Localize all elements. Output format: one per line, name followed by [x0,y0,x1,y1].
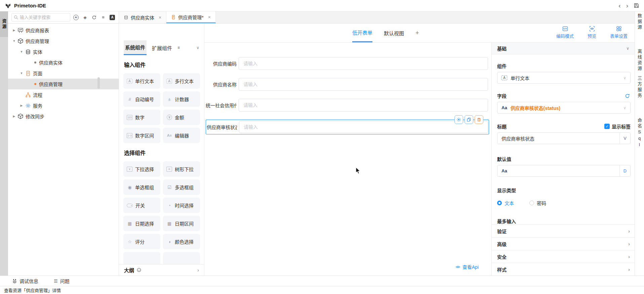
supplier-name-input[interactable] [239,78,488,91]
chevron-right-icon[interactable]: › [197,267,199,273]
palette-item-editor[interactable]: A≡编辑器 [163,128,200,143]
palette-tab-extension[interactable]: 扩展组件 [151,40,173,55]
field-settings-button[interactable] [454,115,463,124]
activity-tab-resources[interactable]: 资源 [0,11,8,37]
editor-tab-supplier-mgmt[interactable]: 供应商管理* × [166,11,216,23]
palette-item-dropdown[interactable]: ∨下拉选择 [123,161,160,177]
section-style[interactable]: 样式 › [492,263,635,276]
palette-item-rating[interactable]: ☆评分 [123,234,160,249]
tree-scrollbar-thumb[interactable] [97,77,100,89]
palette-item-counter[interactable]: ±计数器 [163,91,200,107]
audit-status-input[interactable] [239,121,488,133]
translate-icon[interactable]: A [109,14,115,20]
form-field-supplier-code[interactable]: 供应商编码 [206,57,488,70]
palette-item-number[interactable]: 123数字 [123,110,160,125]
tree-item-supplier-entity[interactable]: 供应商实体 [8,57,119,68]
problems-button[interactable]: ☰ 问题 [54,278,70,284]
palette-item-single-line-text[interactable]: A单行文本 [123,73,160,89]
palette-item-checkbox-group[interactable]: ☑多选框组 [163,179,200,195]
radio-text[interactable]: 文本 [497,200,514,206]
palette-tab-system[interactable]: 系统组件 [124,40,147,55]
supplier-code-input[interactable] [239,57,488,70]
palette-item-time-picker[interactable]: ◔时间选择 [163,198,200,213]
expanded-triangle-icon[interactable]: ▼ [11,39,17,43]
credit-code-input[interactable] [239,99,488,112]
palette-item-partial[interactable] [123,252,160,264]
dock-item-third-party-services[interactable]: 三方服务 [636,76,643,99]
field-delete-button[interactable] [475,115,483,124]
title-variable-button[interactable]: V [619,133,630,144]
palette-item-radio-group[interactable]: ◉单选框组 [123,179,160,195]
palette-item-amount[interactable]: ¥金额 [163,110,200,125]
outline-edit-icon[interactable]: ≡ [100,14,106,20]
section-security[interactable]: 安全 › [492,250,635,263]
search-input[interactable] [20,15,68,20]
palette-item-multi-line-text[interactable]: A多行文本 [163,73,200,89]
palette-item-date-picker[interactable]: ▦日期选择 [123,216,160,231]
palette-item-tree-dropdown[interactable]: ≡树形下拉 [163,161,200,177]
tree-item-services[interactable]: ▶ 服务 [8,100,119,111]
dock-item-named-sql[interactable]: 命名Sql [636,118,643,149]
collapsed-triangle-icon[interactable]: ▶ [19,104,24,107]
add-view-button[interactable]: + [415,24,419,42]
dock-item-offline-resources[interactable]: 离线资源 [636,49,643,72]
field-select[interactable]: Aa 供应商审核状态(status) ∨ [497,102,631,114]
view-tab-lowcode-form[interactable]: 低开表单 [352,24,372,42]
outline-footer[interactable]: 大纲 › [119,264,204,276]
palette-item-auto-number[interactable]: #自动编号 [123,91,160,107]
editor-tab-supplier-entity[interactable]: 供应商实体 × [119,11,166,23]
editor-tab-label: 供应商实体 [131,14,154,21]
radio-password[interactable]: 密码 [529,200,546,206]
tree-item-pages[interactable]: ▼ 页面 [8,68,119,79]
close-icon[interactable]: × [159,15,161,20]
palette-item-date-range[interactable]: ▦日期区间 [163,216,200,231]
properties-header[interactable]: 基础 ∨ [492,43,635,54]
tree-item-supplier-report[interactable]: ▶ 供应商报表 [8,25,119,36]
palette-item-partial[interactable] [163,252,200,264]
form-field-credit-code[interactable]: 统一社会信用代 [206,99,488,112]
tree-item-supplier-mgmt[interactable]: ▼ 供应商管理 [8,36,119,46]
form-settings-button[interactable]: 表单设置 [608,26,629,39]
search-box[interactable] [11,13,70,22]
collapsed-triangle-icon[interactable]: ▶ [11,115,17,118]
ai-assistant-icon[interactable]: AI [73,14,79,20]
tree-item-modify-sync[interactable]: ▶ 修改同步 [8,111,119,122]
show-label-checkbox-row[interactable]: ✓ 显示标签 [604,123,631,130]
code-mode-button[interactable]: 编码模式 [555,26,575,39]
collapsed-triangle-icon[interactable]: ▶ [11,29,17,32]
mouse-cursor [355,167,361,174]
view-api-link[interactable]: 查看Api [455,263,479,270]
view-tab-default-view[interactable]: 默认视图 [384,24,404,42]
expanded-triangle-icon[interactable]: ▼ [19,72,24,75]
close-icon[interactable]: × [208,14,211,20]
palette-item-number-range[interactable]: 1~3数字区间 [123,128,160,143]
tree-item-entities[interactable]: ▼ 实体 [8,46,119,57]
default-value-dynamic-button[interactable]: D [619,165,630,176]
chevron-down-icon[interactable]: ∨ [196,45,199,50]
refresh-field-icon[interactable] [625,93,630,98]
hamburger-icon[interactable]: ≡ [177,45,180,50]
tree-item-supplier-mgmt-page[interactable]: 供应商管理 [8,79,119,89]
history-forward-icon[interactable]: › [626,2,628,9]
section-advanced[interactable]: 高级 › [492,237,635,250]
tree-item-process[interactable]: 流程 [8,89,119,100]
title-input[interactable] [497,133,619,144]
model-icon[interactable]: ◈ [82,14,88,20]
form-field-audit-status[interactable]: 供应商审核状态 [206,120,488,134]
dock-item-datasource[interactable]: 数据源 [636,13,643,31]
preview-button[interactable]: 预览 [581,26,602,39]
default-value-input-group[interactable]: Aa D [497,165,631,177]
component-select[interactable]: A 单行文本 ∨ [497,72,631,84]
expanded-triangle-icon[interactable]: ▼ [19,50,24,53]
history-back-icon[interactable]: ‹ [618,2,620,9]
palette-item-switch[interactable]: ●开关 [123,198,160,213]
save-icon[interactable] [634,3,639,8]
form-field-supplier-name[interactable]: 供应商名称 [206,78,488,91]
section-validation[interactable]: 验证 › [492,224,635,237]
debug-info-button[interactable]: 调试信息 [12,278,38,284]
form-settings-icon [616,26,622,32]
refresh-icon[interactable] [91,14,97,20]
field-copy-button[interactable] [465,115,473,124]
checkbox-checked-icon[interactable]: ✓ [604,124,610,129]
palette-item-color-picker[interactable]: ◑颜色选择 [163,234,200,249]
